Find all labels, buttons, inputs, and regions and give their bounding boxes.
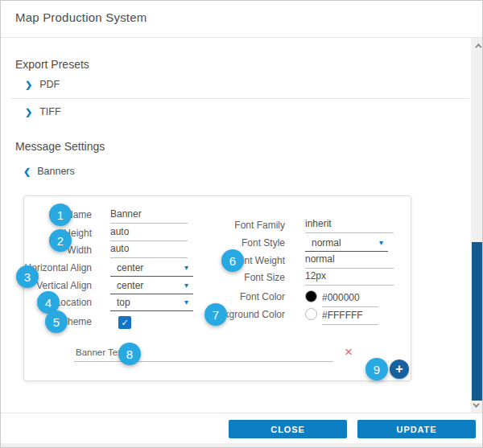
theme-checkbox[interactable]: ✓ <box>118 316 131 329</box>
preset-label-tiff: TIFF <box>39 106 60 117</box>
callout-badge-2: 2 <box>49 229 72 252</box>
page-title: Map Production System <box>15 10 147 24</box>
background-color-label: Background Color <box>185 308 285 321</box>
width-input[interactable] <box>110 242 188 258</box>
banners-back-label: Banners <box>37 166 75 177</box>
vertical-align-select[interactable]: center ▾ <box>110 277 193 294</box>
close-button[interactable]: CLOSE <box>229 420 347 438</box>
checkmark-icon: ✓ <box>121 318 128 328</box>
callout-badge-5: 5 <box>45 310 68 333</box>
font-color-swatch[interactable] <box>305 290 317 302</box>
preset-label-pdf: PDF <box>39 79 60 90</box>
message-settings-heading: Message Settings <box>15 140 105 153</box>
location-value: top <box>117 297 130 308</box>
preset-divider <box>10 98 469 99</box>
header-divider <box>1 37 482 38</box>
banner-text-label: Banner Text <box>76 347 125 357</box>
font-style-value: normal <box>312 237 341 249</box>
chevron-left-icon: ❮ <box>23 167 31 176</box>
caret-down-icon: ▾ <box>379 239 383 247</box>
location-select[interactable]: top ▾ <box>110 294 193 311</box>
horizontal-align-select[interactable]: center ▾ <box>110 260 193 277</box>
scroll-down-icon[interactable] <box>471 399 483 411</box>
font-color-input[interactable] <box>322 291 378 307</box>
horizontal-align-value: center <box>117 262 143 273</box>
chevron-up-icon <box>475 43 481 50</box>
scrollbar-thumb[interactable] <box>472 242 482 401</box>
callout-badge-9: 9 <box>365 358 388 380</box>
name-input[interactable] <box>110 208 188 224</box>
chevron-right-icon: ❯ <box>25 108 32 117</box>
add-banner-button[interactable]: + <box>390 360 409 379</box>
update-button[interactable]: UPDATE <box>357 420 476 438</box>
chevron-right-icon: ❯ <box>25 80 32 89</box>
callout-badge-6: 6 <box>221 249 244 272</box>
font-family-input[interactable] <box>305 217 394 233</box>
font-color-label: Font Color <box>185 290 285 303</box>
export-presets-heading: Export Presets <box>15 58 89 71</box>
map-production-dialog: Map Production System Export Presets ❯ P… <box>0 0 483 448</box>
font-size-input[interactable] <box>305 269 394 286</box>
background-color-input[interactable] <box>322 309 378 325</box>
scroll-up-icon[interactable] <box>471 39 483 51</box>
vertical-align-value: center <box>117 280 143 291</box>
chevron-down-icon <box>473 401 479 407</box>
callout-badge-3: 3 <box>16 265 39 288</box>
preset-item-pdf[interactable]: ❯ PDF <box>25 77 60 92</box>
preset-item-tiff[interactable]: ❯ TIFF <box>25 105 61 119</box>
scrollbar-track[interactable] <box>471 38 483 413</box>
font-size-label: Font Size <box>185 271 285 284</box>
background-color-swatch[interactable] <box>305 308 317 320</box>
callout-badge-1: 1 <box>49 203 72 226</box>
font-style-label: Font Style <box>185 236 285 249</box>
footer-divider <box>1 413 482 413</box>
height-input[interactable] <box>110 225 188 241</box>
banner-settings-panel: Name Height Width Horizontal Align cente… <box>23 195 411 381</box>
font-family-label: Font Family <box>185 219 285 232</box>
font-weight-input[interactable] <box>305 253 394 269</box>
font-style-select[interactable]: normal ▾ <box>305 235 388 252</box>
banners-back-link[interactable]: ❮ Banners <box>23 166 75 177</box>
remove-banner-icon[interactable]: × <box>341 344 356 360</box>
callout-badge-7: 7 <box>204 303 227 326</box>
callout-badge-8: 8 <box>118 343 141 365</box>
bottom-edge <box>1 443 483 448</box>
